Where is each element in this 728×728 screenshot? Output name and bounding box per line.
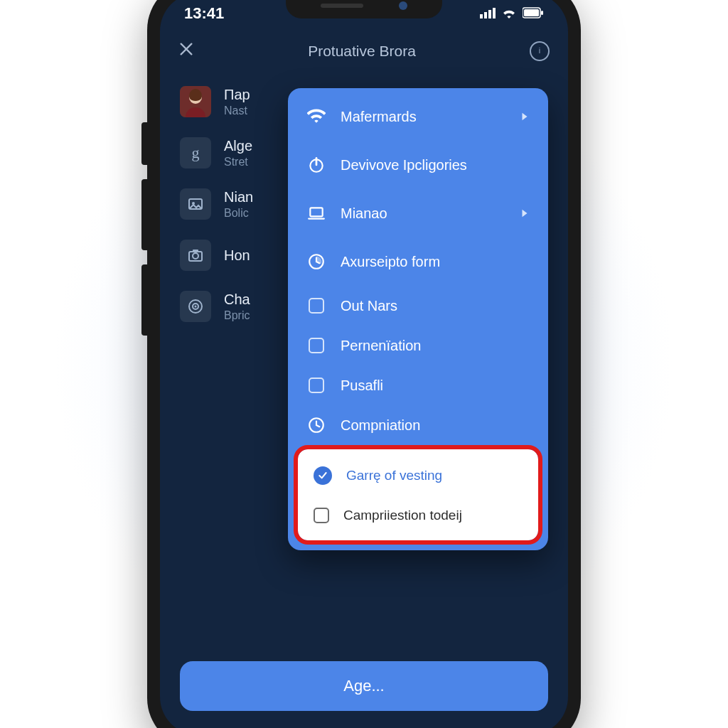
- svg-text:i: i: [539, 46, 540, 55]
- close-button[interactable]: [178, 40, 194, 62]
- menu-item-mianao[interactable]: Mianao: [288, 189, 548, 237]
- svg-rect-15: [193, 250, 198, 252]
- battery-icon: [523, 4, 544, 23]
- checkbox-icon: [306, 375, 326, 395]
- laptop-icon: [306, 203, 326, 223]
- option-campriestion[interactable]: Campriiestion todeij: [298, 496, 538, 535]
- svg-point-14: [193, 253, 198, 259]
- option-garre-of-vesting[interactable]: Garrę of vesting: [298, 455, 538, 496]
- list-item-title: Nian: [224, 189, 253, 205]
- svg-rect-5: [524, 9, 539, 16]
- avatar: [180, 86, 211, 117]
- menu-item-label: Pusafli: [341, 378, 530, 394]
- menu-item-axurseipto[interactable]: Axurseipto form: [288, 237, 548, 286]
- list-item-title: Hon: [224, 247, 250, 264]
- check-circle-icon: [314, 466, 332, 485]
- menu-item-pusafli[interactable]: Pusafli: [288, 365, 548, 405]
- menu-item-devivove[interactable]: Devivove Ipcligories: [288, 141, 548, 189]
- list-item-title: Пар: [224, 87, 250, 103]
- checkbox-icon: [314, 508, 329, 523]
- info-button[interactable]: i: [530, 41, 550, 61]
- svg-rect-3: [493, 8, 496, 18]
- menu-item-label: Pernenïation: [341, 338, 530, 354]
- menu-item-label: Mafermards: [341, 109, 505, 125]
- wifi-status-icon: [501, 4, 517, 23]
- list-item-title: Cha: [224, 291, 250, 308]
- checkbox-icon: [306, 336, 326, 355]
- footer-action-button[interactable]: Age...: [180, 661, 548, 711]
- page-header: Protuative Brora i: [160, 27, 568, 76]
- menu-item-label: Mianao: [341, 205, 505, 222]
- menu-item-label: Devivove Ipcligories: [341, 157, 530, 173]
- menu-item-perneniation[interactable]: Pernenïation: [288, 326, 548, 365]
- footer-button-label: Age...: [343, 677, 384, 695]
- screen: 13:41 Protuative Brora i: [160, 0, 568, 728]
- list-item-title: Alge: [224, 138, 252, 154]
- list-item-subtitle: Bpric: [224, 309, 250, 322]
- svg-rect-21: [310, 208, 322, 216]
- image-icon: [180, 188, 211, 220]
- phone-frame: 13:41 Protuative Brora i: [147, 0, 581, 728]
- list-item-subtitle: Stret: [224, 156, 252, 168]
- camera-icon: [180, 240, 211, 271]
- checkbox-icon: [306, 296, 326, 316]
- menu-item-label: Out Nars: [341, 298, 530, 314]
- svg-rect-1: [484, 12, 487, 18]
- svg-rect-2: [488, 10, 491, 18]
- signal-icon: [480, 4, 496, 23]
- menu-item-compniation[interactable]: Compniation: [288, 405, 548, 445]
- menu-item-mafermards[interactable]: Mafermards: [288, 92, 548, 141]
- power-icon: [306, 155, 326, 175]
- option-label: Campriiestion todeij: [343, 508, 462, 523]
- highlighted-section: Garrę of vesting Campriiestion todeij: [298, 449, 538, 540]
- option-label: Garrę of vesting: [346, 468, 442, 483]
- svg-point-18: [195, 306, 197, 308]
- svg-rect-0: [480, 14, 483, 18]
- menu-item-label: Compniation: [341, 417, 530, 434]
- page-title: Protuative Brora: [308, 43, 416, 60]
- menu-item-out-nars[interactable]: Out Nars: [288, 286, 548, 326]
- chevron-right-icon: [520, 109, 530, 125]
- wifi-icon: [306, 107, 326, 127]
- chevron-right-icon: [520, 205, 530, 222]
- clock-icon: [306, 415, 326, 435]
- clock-partial-icon: [306, 252, 326, 272]
- svg-rect-6: [541, 11, 543, 15]
- list-item-subtitle: Bolic: [224, 207, 253, 220]
- google-icon: g: [180, 137, 211, 168]
- target-icon: [180, 291, 211, 322]
- menu-item-label: Axurseipto form: [341, 254, 530, 270]
- list-item-subtitle: Nast: [224, 105, 250, 117]
- dropdown-menu: Mafermards Devivove Ipcligories Mianao: [288, 88, 548, 550]
- status-time: 13:41: [184, 4, 224, 23]
- notch: [286, 0, 442, 18]
